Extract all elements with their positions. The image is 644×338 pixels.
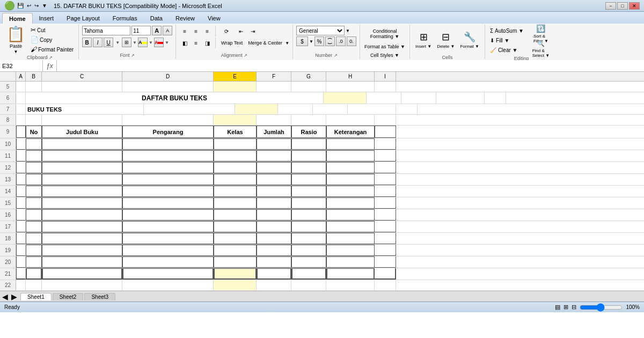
cell-I7[interactable] xyxy=(396,104,418,114)
paste-button[interactable]: 📋 Paste ▼ xyxy=(4,26,27,54)
cell-H11[interactable] xyxy=(326,150,375,161)
tab-view[interactable]: View xyxy=(201,13,227,24)
row-num-7[interactable]: 7 xyxy=(0,104,16,114)
cell-D13[interactable] xyxy=(122,174,214,185)
cell-E8[interactable] xyxy=(214,115,257,125)
delete-button[interactable]: ⊟ Delete ▼ xyxy=(435,26,457,54)
cell-G8[interactable] xyxy=(291,115,326,125)
cell-D12[interactable] xyxy=(122,162,214,173)
cell-C9-judul[interactable]: Judul Buku xyxy=(42,126,122,138)
cell-I11[interactable] xyxy=(375,150,396,161)
cell-I12[interactable] xyxy=(375,162,396,173)
cell-D5[interactable] xyxy=(122,82,214,92)
cell-F15[interactable] xyxy=(257,197,291,209)
cell-C20[interactable] xyxy=(42,256,122,268)
cell-F9-jumlah[interactable]: Jumlah xyxy=(257,126,291,138)
cell-A10[interactable] xyxy=(16,138,26,150)
font-color-dropdown[interactable]: ▼ xyxy=(165,40,169,45)
cell-D8[interactable] xyxy=(122,115,214,125)
cell-B14[interactable] xyxy=(26,186,42,197)
cell-A7[interactable] xyxy=(16,104,26,114)
cell-F11[interactable] xyxy=(257,150,291,161)
redo-icon[interactable]: ↪ xyxy=(34,3,39,9)
cell-I14[interactable] xyxy=(375,186,396,197)
cell-A22[interactable] xyxy=(16,280,26,290)
cell-E20[interactable] xyxy=(214,256,257,268)
cell-G6[interactable] xyxy=(401,92,436,104)
cell-H19[interactable] xyxy=(326,245,375,256)
cell-B13[interactable] xyxy=(26,174,42,185)
cell-H15[interactable] xyxy=(326,197,375,209)
cell-G18[interactable] xyxy=(291,233,326,244)
name-box-input[interactable] xyxy=(2,63,40,69)
align-right-button[interactable]: ◨ xyxy=(202,39,213,47)
cell-D15[interactable] xyxy=(122,197,214,209)
cell-D22[interactable] xyxy=(122,280,214,290)
cell-H10[interactable] xyxy=(326,138,375,150)
cell-E9-kelas[interactable]: Kelas xyxy=(214,126,257,138)
decrease-indent-button[interactable]: ⇤ xyxy=(236,27,246,35)
cell-H5[interactable] xyxy=(326,82,375,92)
autosum-button[interactable]: Σ AutoSum ▼ xyxy=(488,26,525,35)
cell-H9-keterangan[interactable]: Keterangan xyxy=(326,126,375,138)
cell-H8[interactable] xyxy=(326,115,375,125)
align-center-button[interactable]: ≡ xyxy=(191,39,201,47)
cell-I20[interactable] xyxy=(375,256,396,268)
cell-E21[interactable] xyxy=(214,268,257,280)
maximize-button[interactable]: □ xyxy=(617,2,628,10)
cell-G17[interactable] xyxy=(291,221,326,232)
tab-home[interactable]: Home xyxy=(2,13,33,24)
cell-I22[interactable] xyxy=(375,280,396,290)
border-dropdown[interactable]: ▼ xyxy=(133,40,137,45)
align-top-center-button[interactable]: ≡ xyxy=(191,27,201,35)
cell-C22[interactable] xyxy=(42,280,122,290)
cell-A13[interactable] xyxy=(16,174,26,185)
col-header-A[interactable]: A xyxy=(16,72,26,81)
cell-A20[interactable] xyxy=(16,256,26,268)
dropdown-arrow-icon[interactable]: ▼ xyxy=(42,3,47,9)
cell-I8[interactable] xyxy=(375,115,396,125)
row-num-17[interactable]: 17 xyxy=(0,221,16,232)
cell-B20[interactable] xyxy=(26,256,42,268)
row-num-12[interactable]: 12 xyxy=(0,162,16,173)
cell-F19[interactable] xyxy=(257,245,291,256)
row-num-5[interactable]: 5 xyxy=(0,82,16,92)
tab-data[interactable]: Data xyxy=(144,13,169,24)
cell-G7[interactable] xyxy=(313,104,348,114)
tab-insert[interactable]: Insert xyxy=(33,13,61,24)
cell-A6[interactable] xyxy=(16,92,26,104)
font-size-input[interactable] xyxy=(131,26,151,35)
cell-A19[interactable] xyxy=(16,245,26,256)
font-name-input[interactable] xyxy=(82,26,130,35)
cell-C5[interactable] xyxy=(42,82,122,92)
underline-button[interactable]: U xyxy=(104,38,113,47)
border-button[interactable]: ⊞ xyxy=(122,38,131,47)
cell-C13[interactable] xyxy=(42,174,122,185)
cell-E16[interactable] xyxy=(214,209,257,221)
cell-F17[interactable] xyxy=(257,221,291,232)
zoom-slider[interactable] xyxy=(580,304,623,311)
row-num-14[interactable]: 14 xyxy=(0,186,16,197)
cell-H17[interactable] xyxy=(326,221,375,232)
cell-C18[interactable] xyxy=(42,233,122,244)
percent-button[interactable]: % xyxy=(314,36,324,46)
insert-button[interactable]: ⊞ Insert ▼ xyxy=(413,26,434,54)
font-shrink-button[interactable]: A xyxy=(163,26,172,35)
currency-button[interactable]: $ xyxy=(296,36,308,46)
cell-B18[interactable] xyxy=(26,233,42,244)
row-num-22[interactable]: 22 xyxy=(0,280,16,290)
cell-H20[interactable] xyxy=(326,256,375,268)
cell-I18[interactable] xyxy=(375,233,396,244)
cell-D7[interactable] xyxy=(144,104,235,114)
normal-view-icon[interactable]: ▤ xyxy=(555,304,560,311)
cell-G12[interactable] xyxy=(291,162,326,173)
cell-B9-no[interactable]: No xyxy=(26,126,42,138)
cell-I6[interactable] xyxy=(485,92,506,104)
cut-button[interactable]: ✂ Cut xyxy=(29,26,75,34)
find-select-button[interactable]: 🔍 Find &Select ▼ xyxy=(528,43,554,55)
clear-button[interactable]: 🧹 Clear ▼ xyxy=(488,46,525,54)
cell-B15[interactable] xyxy=(26,197,42,209)
cell-C11[interactable] xyxy=(42,150,122,161)
cell-G21[interactable] xyxy=(291,268,326,280)
cell-B7[interactable]: BUKU TEKS xyxy=(26,104,144,114)
